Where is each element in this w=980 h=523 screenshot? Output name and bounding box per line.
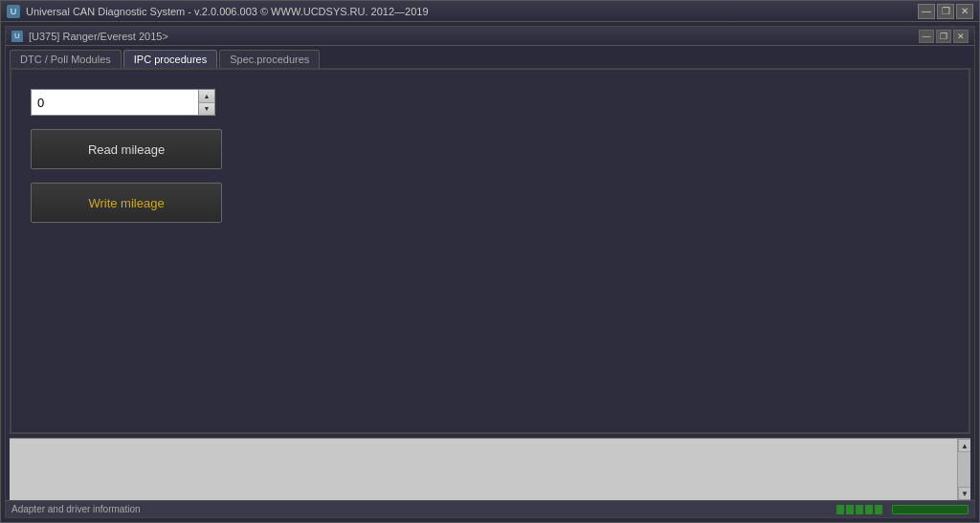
spinner-down-button[interactable]: ▼: [199, 103, 214, 116]
bottom-status-area: ▲ ▼: [10, 438, 970, 500]
tab-bar: DTC / Poll Modules IPC procedures Spec.p…: [6, 46, 974, 68]
title-bar: U Universal CAN Diagnostic System - v.2.…: [1, 1, 979, 22]
bottom-content: [10, 439, 970, 500]
inner-close-button[interactable]: ✕: [953, 30, 969, 43]
scroll-track[interactable]: [958, 452, 970, 487]
restore-button[interactable]: ❐: [937, 4, 954, 19]
inner-restore-button[interactable]: ❐: [936, 30, 951, 43]
status-text: Adapter and driver information: [11, 504, 827, 514]
connection-indicator: [892, 505, 969, 514]
scroll-down-button[interactable]: ▼: [958, 487, 970, 500]
minimize-button[interactable]: —: [918, 4, 935, 19]
spinner-up-button[interactable]: ▲: [199, 90, 214, 103]
app-icon: U: [7, 5, 20, 18]
mileage-spinner: ▲ ▼: [31, 89, 222, 116]
tab-dtc-poll-modules[interactable]: DTC / Poll Modules: [10, 50, 122, 68]
title-bar-left: U Universal CAN Diagnostic System - v.2.…: [7, 5, 429, 18]
window-title: Universal CAN Diagnostic System - v.2.0.…: [26, 6, 429, 17]
close-button[interactable]: ✕: [956, 4, 973, 19]
inner-title-controls: — ❐ ✕: [919, 30, 969, 43]
inner-minimize-button[interactable]: —: [919, 30, 934, 43]
inner-window-title: [U375] Ranger/Everest 2015>: [29, 31, 168, 42]
status-dots: [836, 505, 882, 514]
inner-title-left: U [U375] Ranger/Everest 2015>: [11, 31, 168, 42]
spinner-buttons: ▲ ▼: [198, 89, 215, 116]
read-mileage-button[interactable]: Read mileage: [31, 129, 222, 169]
scroll-up-button[interactable]: ▲: [958, 439, 970, 452]
status-dot-2: [846, 505, 854, 514]
content-inner: ▲ ▼ Read mileage Write mileage: [11, 70, 969, 242]
status-dot-3: [856, 505, 863, 514]
status-dot-1: [836, 505, 844, 514]
status-dot-5: [875, 505, 882, 514]
write-mileage-button[interactable]: Write mileage: [31, 183, 222, 223]
mileage-input[interactable]: [31, 89, 198, 116]
read-mileage-label: Read mileage: [88, 142, 165, 157]
vertical-scrollbar: ▲ ▼: [957, 439, 970, 500]
content-area: ▲ ▼ Read mileage Write mileage: [10, 68, 970, 434]
tab-spec-procedures[interactable]: Spec.procedures: [219, 50, 320, 68]
status-dot-4: [865, 505, 873, 514]
write-mileage-label: Write mileage: [88, 196, 164, 210]
inner-app-icon: U: [11, 31, 23, 42]
main-window: U Universal CAN Diagnostic System - v.2.…: [0, 0, 980, 523]
title-bar-controls: — ❐ ✕: [918, 4, 973, 19]
inner-title-bar: U [U375] Ranger/Everest 2015> — ❐ ✕: [6, 27, 974, 46]
inner-window: U [U375] Ranger/Everest 2015> — ❐ ✕ DTC …: [5, 26, 975, 518]
tab-ipc-procedures[interactable]: IPC procedures: [123, 50, 217, 68]
status-footer: Adapter and driver information: [6, 500, 974, 517]
